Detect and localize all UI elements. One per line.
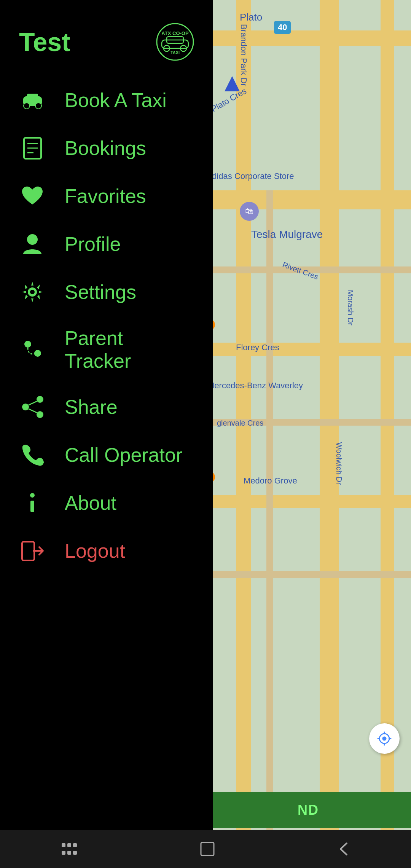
svg-point-23: [29, 289, 35, 295]
svg-text:ATX CO-OP: ATX CO-OP: [161, 30, 189, 36]
svg-point-26: [37, 396, 43, 403]
nav-item-bookings[interactable]: Bookings: [0, 124, 213, 172]
nav-label-bookings: Bookings: [65, 137, 146, 160]
location-button[interactable]: [369, 723, 400, 754]
nav-label-profile: Profile: [65, 233, 121, 255]
svg-line-30: [29, 409, 37, 413]
nav-item-profile[interactable]: Profile: [0, 220, 213, 268]
taxi-icon: [19, 87, 46, 113]
nav-item-favorites[interactable]: Favorites: [0, 172, 213, 220]
nav-item-book-taxi[interactable]: Book A Taxi: [0, 76, 213, 124]
map-view: Brandon Park Dr Plato Plato Cres adidas …: [206, 0, 411, 830]
profile-icon: [19, 231, 46, 257]
bottom-nav-home[interactable]: [198, 839, 217, 858]
svg-point-15: [24, 103, 30, 109]
call-icon: [19, 442, 46, 468]
svg-rect-36: [73, 843, 77, 847]
book-button[interactable]: ND: [206, 792, 411, 828]
svg-point-27: [22, 404, 29, 410]
app-logo: ATX CO-OP TAXI: [156, 23, 194, 61]
nav-item-parent-tracker[interactable]: Parent Tracker: [0, 316, 213, 383]
logout-icon: [19, 538, 46, 564]
navigation-drawer: Test ATX CO-OP TAXI Book A Taxi: [0, 0, 213, 830]
svg-point-0: [382, 737, 387, 741]
svg-rect-40: [201, 842, 214, 855]
settings-icon: [19, 279, 46, 305]
bottom-nav-bar: [0, 830, 411, 868]
svg-rect-35: [67, 843, 71, 847]
nav-item-settings[interactable]: Settings: [0, 268, 213, 316]
nav-label-parent-tracker: Parent Tracker: [65, 327, 194, 372]
favorites-icon: [19, 183, 46, 209]
nav-item-share[interactable]: Share: [0, 383, 213, 431]
nav-label-logout: Logout: [65, 539, 125, 562]
parent-tracker-icon: [19, 336, 46, 363]
svg-text:TAXI: TAXI: [170, 50, 180, 55]
app-title: Test: [19, 27, 70, 57]
svg-rect-33: [22, 542, 34, 560]
svg-rect-32: [30, 501, 34, 512]
nav-label-favorites: Favorites: [65, 185, 146, 207]
bookings-icon: [19, 135, 46, 161]
svg-rect-8: [162, 40, 188, 48]
nav-item-call-operator[interactable]: Call Operator: [0, 431, 213, 479]
nav-label-about: About: [65, 491, 116, 514]
svg-point-28: [37, 411, 43, 418]
nav-item-logout[interactable]: Logout: [0, 527, 213, 575]
bottom-nav-menu[interactable]: [60, 841, 79, 857]
svg-point-24: [24, 341, 31, 348]
nav-label-settings: Settings: [65, 281, 136, 303]
about-icon: [19, 490, 46, 516]
svg-line-29: [29, 401, 37, 405]
nav-label-book-taxi: Book A Taxi: [65, 89, 167, 112]
svg-rect-38: [67, 851, 71, 855]
nav-label-call-operator: Call Operator: [65, 444, 182, 466]
svg-rect-37: [62, 851, 65, 855]
svg-rect-39: [73, 851, 77, 855]
drawer-header: Test ATX CO-OP TAXI: [0, 0, 213, 76]
svg-point-31: [30, 493, 35, 498]
svg-point-16: [35, 103, 41, 109]
svg-rect-34: [62, 843, 65, 847]
nav-item-about[interactable]: About: [0, 479, 213, 527]
svg-point-21: [27, 234, 38, 245]
nav-label-share: Share: [65, 396, 118, 418]
svg-rect-14: [27, 94, 38, 99]
share-icon: [19, 394, 46, 420]
bottom-nav-back[interactable]: [336, 839, 351, 858]
